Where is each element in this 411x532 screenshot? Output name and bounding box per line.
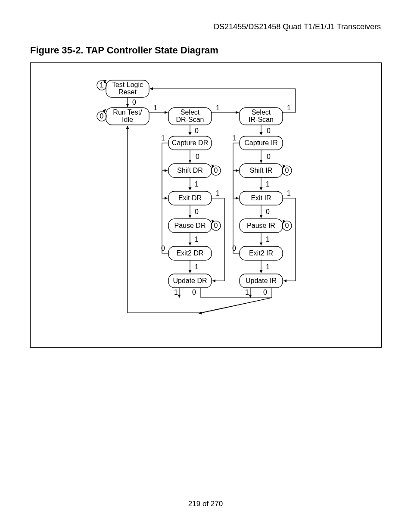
edge-shir-self: 0 — [285, 167, 289, 174]
edge-edr-pdr: 0 — [195, 208, 199, 215]
state-select-ir-scan: Select IR-Scan — [240, 108, 283, 125]
edge-sdr-sir: 1 — [216, 104, 220, 112]
edge-e2dr-shdr: 0 — [161, 245, 165, 252]
svg-text:Exit DR: Exit DR — [178, 194, 202, 202]
svg-text:Select: Select — [252, 109, 271, 116]
state-capture-dr: Capture DR — [168, 136, 212, 150]
svg-text:Reset: Reset — [118, 88, 137, 96]
svg-text:Shift DR: Shift DR — [177, 167, 203, 174]
edge-cdr-edr: 1 — [161, 134, 165, 142]
edge-eir-uir: 1 — [287, 190, 291, 197]
page-footer: 219 of 270 — [0, 500, 411, 508]
edge-cdr-shdr: 0 — [196, 153, 199, 160]
svg-text:Exit2 IR: Exit2 IR — [249, 249, 273, 257]
edge-uir-0: 0 — [263, 289, 267, 296]
edge-shdr-self: 0 — [214, 167, 218, 174]
edge-e2ir-shir: 0 — [232, 245, 236, 252]
edge-sir-cir: 0 — [267, 127, 271, 134]
edge-uir-1: 1 — [245, 289, 249, 296]
svg-text:Exit IR: Exit IR — [251, 194, 271, 202]
edge-sir-tlr: 1 — [287, 104, 291, 112]
svg-text:Select: Select — [181, 109, 200, 116]
edge-tlr-rti: 0 — [132, 99, 136, 106]
edge-rti-self: 0 — [100, 112, 104, 120]
edge-pir-self: 0 — [285, 222, 289, 229]
state-test-logic-reset: Test Logic Reset — [106, 80, 149, 97]
state-pause-ir: Pause IR — [240, 219, 283, 233]
edge-pdr-self: 0 — [214, 222, 218, 229]
state-diagram: Test Logic Reset Run Test/ Idle Select D… — [31, 63, 381, 347]
edge-tlr-self: 1 — [100, 81, 104, 89]
state-shift-dr: Shift DR — [168, 164, 212, 177]
state-pause-dr: Pause DR — [168, 219, 212, 233]
edge-cir-eir: 1 — [232, 134, 236, 142]
state-exit-ir: Exit IR — [240, 191, 283, 205]
svg-text:Idle: Idle — [122, 116, 133, 123]
state-select-dr-scan: Select DR-Scan — [168, 108, 212, 125]
state-exit-dr: Exit DR — [168, 191, 212, 205]
svg-text:Update IR: Update IR — [246, 277, 277, 284]
state-exit2-dr: Exit2 DR — [168, 246, 212, 260]
svg-text:Pause DR: Pause DR — [174, 222, 206, 229]
edge-rti-sdr: 1 — [153, 104, 157, 112]
edge-shdr-edr: 1 — [195, 180, 199, 188]
state-shift-ir: Shift IR — [240, 164, 283, 177]
state-capture-ir: Capture IR — [240, 136, 283, 150]
svg-text:Capture DR: Capture DR — [172, 139, 208, 146]
edge-e2dr-udr: 1 — [195, 263, 199, 271]
edge-eir-pir: 0 — [266, 208, 270, 215]
svg-text:Shift IR: Shift IR — [250, 167, 272, 174]
edge-e2ir-uir: 1 — [266, 263, 270, 271]
figure-title: Figure 35-2. TAP Controller State Diagra… — [30, 45, 218, 56]
edge-udr-1: 1 — [174, 289, 178, 296]
edge-udr-0: 0 — [192, 289, 196, 296]
diagram-frame: Test Logic Reset Run Test/ Idle Select D… — [30, 62, 382, 348]
svg-text:Test Logic: Test Logic — [112, 81, 143, 88]
edge-pdr-e2dr: 1 — [195, 236, 199, 243]
svg-text:IR-Scan: IR-Scan — [249, 116, 274, 123]
doc-header: DS21455/DS21458 Quad T1/E1/J1 Transceive… — [214, 22, 381, 31]
edge-edr-udr: 1 — [216, 190, 220, 197]
svg-text:Exit2 DR: Exit2 DR — [176, 249, 203, 257]
state-exit2-ir: Exit2 IR — [240, 246, 283, 260]
edge-sdr-cdr: 0 — [195, 127, 199, 134]
svg-text:DR-Scan: DR-Scan — [176, 116, 204, 123]
svg-text:Capture IR: Capture IR — [244, 139, 277, 146]
header-rule — [30, 33, 381, 33]
state-run-test-idle: Run Test/ Idle — [106, 108, 149, 125]
svg-text:Pause IR: Pause IR — [247, 222, 275, 229]
svg-text:Run Test/: Run Test/ — [113, 109, 142, 116]
edge-pir-e2ir: 1 — [266, 236, 270, 243]
edge-shir-eir: 1 — [266, 180, 270, 188]
state-update-dr: Update DR — [168, 274, 212, 288]
state-update-ir: Update IR — [240, 274, 283, 288]
svg-text:Update DR: Update DR — [173, 277, 207, 284]
edge-cir-shir: 0 — [267, 153, 271, 160]
